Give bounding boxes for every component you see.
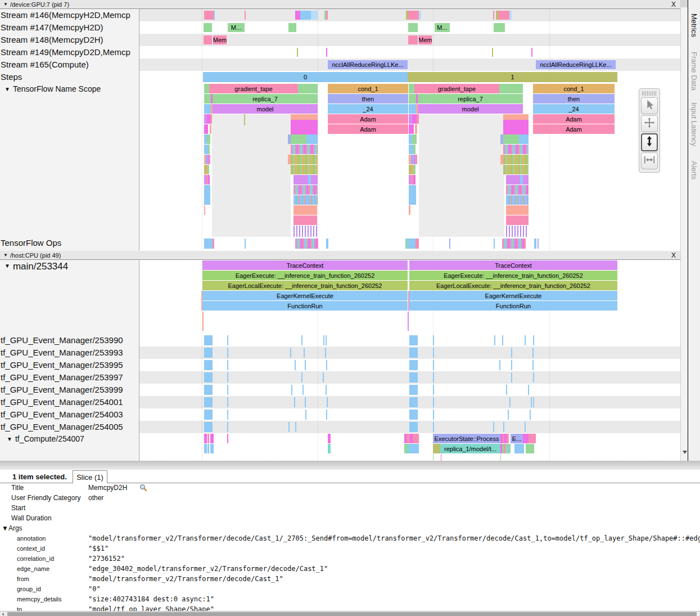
trace-slice[interactable] [326,335,327,345]
trace-slice[interactable] [531,397,532,407]
scrollbar-thumb[interactable] [7,612,697,616]
scroll-down-icon[interactable] [683,451,687,454]
trace-slice[interactable] [288,23,296,32]
trace-slice[interactable] [328,434,331,443]
trace-slice[interactable] [433,335,434,345]
trace-slice[interactable] [519,134,529,144]
trace-slice[interactable] [311,11,318,20]
trace-slice[interactable] [408,11,419,20]
trace-slice[interactable] [408,312,409,331]
trace-slice[interactable] [506,226,529,237]
trace-slice[interactable]: model [418,104,523,114]
trace-slice[interactable]: _24 [328,104,408,114]
trace-slice[interactable] [506,195,529,205]
trace-slice[interactable] [511,348,512,358]
trace-slice[interactable] [204,205,205,215]
trace-slice[interactable] [288,422,290,432]
trace-slice[interactable]: EagerExecute: __inference_train_function… [202,271,408,280]
trace-slice[interactable] [227,422,228,432]
trace-slice[interactable] [291,114,318,120]
trace-slice[interactable] [326,11,328,20]
trace-slice[interactable] [433,422,434,432]
trace-slice[interactable] [408,23,418,32]
args-collapse-header[interactable]: ▼Args [0,523,700,533]
trace-slice[interactable] [204,348,213,358]
trace-slice[interactable] [407,239,416,249]
collapse-icon[interactable]: ▼ [4,263,10,269]
trace-slice[interactable] [409,104,416,114]
trace-slice[interactable]: ncclAllReduceRingLLKe... [328,60,408,69]
trace-slice[interactable] [323,335,324,345]
trace-slice[interactable]: FunctionRun [409,301,617,311]
trace-slice[interactable] [413,444,419,453]
trace-slice[interactable] [207,134,210,144]
trace-slice[interactable] [433,410,434,420]
trace-slice[interactable] [433,372,434,383]
trace-slice[interactable] [531,48,532,57]
trace-slice[interactable] [210,114,212,124]
trace-slice[interactable] [511,360,512,370]
trace-slice[interactable] [210,434,214,443]
trace-slice[interactable] [208,175,210,185]
trace-slice[interactable] [306,134,318,144]
trace-slice[interactable] [326,385,327,395]
trace-slice[interactable] [412,114,417,124]
trace-slice[interactable] [507,434,509,443]
trace-slice[interactable] [514,444,524,453]
trace-slice[interactable] [291,165,318,174]
trace-slice[interactable] [533,397,534,407]
timing-tool-button[interactable] [641,152,658,169]
trace-slice[interactable] [213,239,214,249]
trace-slice[interactable]: Adam [328,124,408,134]
trace-slice[interactable] [509,397,511,407]
trace-slice[interactable] [326,239,328,249]
trace-slice[interactable] [227,397,228,407]
trace-slice[interactable] [291,385,292,395]
trace-slice[interactable] [500,454,501,461]
trace-slice[interactable]: cond_1 [328,84,408,93]
trace-slice[interactable] [326,410,327,420]
trace-slice[interactable]: replica_1/model/t... [440,444,500,453]
trace-slice[interactable] [416,155,417,164]
trace-slice[interactable] [415,124,417,134]
trace-slice[interactable]: _24 [533,104,615,114]
trace-slice[interactable] [311,175,318,185]
trace-slice[interactable] [409,397,418,407]
gpu-close-button[interactable]: X [669,1,678,8]
trace-slice[interactable] [204,410,213,420]
trace-slice[interactable]: Mem [419,35,432,44]
trace-slice[interactable] [300,11,311,20]
trace-slice[interactable]: Adam [533,124,615,134]
trace-slice[interactable] [325,348,326,358]
trace-slice[interactable] [498,11,509,20]
trace-slice[interactable] [409,372,418,383]
trace-slice[interactable] [413,434,419,443]
collapse-icon[interactable]: ▼ [7,436,12,442]
trace-slice[interactable] [328,444,331,453]
trace-slice[interactable]: ExecutorState::Process [433,434,500,443]
trace-slice[interactable] [204,145,208,154]
trace-slice[interactable] [227,348,228,358]
trace-slice[interactable]: TraceContext [409,260,617,270]
trace-slice[interactable] [291,134,306,144]
trace-slice[interactable] [413,165,416,174]
trace-slice[interactable] [326,48,327,57]
trace-slice[interactable] [409,84,414,93]
trace-slice[interactable] [433,385,434,395]
trace-slice[interactable] [204,11,214,20]
trace-slice[interactable] [409,422,418,432]
trace-slice[interactable] [207,444,209,453]
trace-slice[interactable] [493,11,494,20]
trace-slice[interactable] [295,239,318,249]
trace-slice[interactable] [227,410,228,420]
trace-slice[interactable] [293,205,317,215]
trace-slice[interactable]: TraceContext [202,260,408,270]
trace-slice[interactable] [204,360,213,370]
trace-slice[interactable] [508,410,509,420]
trace-slice[interactable] [204,372,213,383]
trace-slice[interactable]: model [213,104,318,114]
trace-slice[interactable]: E... [511,434,523,443]
trace-slice[interactable] [417,114,419,124]
trace-slice[interactable] [509,11,512,20]
trace-slice[interactable] [525,422,526,432]
